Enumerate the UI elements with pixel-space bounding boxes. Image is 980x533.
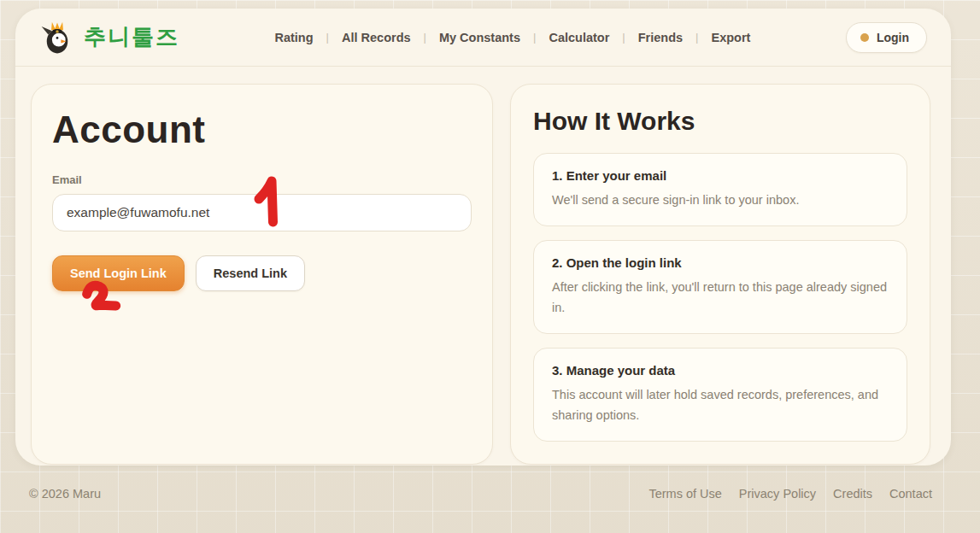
how-it-works-card: How It Works 1. Enter your email We'll s… xyxy=(510,84,930,465)
step-description: This account will later hold saved recor… xyxy=(552,385,889,426)
main-panel: 추니툴즈 Rating | All Records | My Constants… xyxy=(15,9,951,466)
step-box-2: 2. Open the login link After clicking th… xyxy=(533,240,907,334)
step-box-1: 1. Enter your email We'll send a secure … xyxy=(533,153,907,226)
content-area: Account Email Send Login Link Resend Lin… xyxy=(15,67,951,485)
footer-link-privacy[interactable]: Privacy Policy xyxy=(739,487,816,501)
send-login-link-button[interactable]: Send Login Link xyxy=(52,255,185,291)
nav-separator: | xyxy=(609,31,637,44)
step-description: After clicking the link, you'll return t… xyxy=(552,278,889,319)
nav-item-rating[interactable]: Rating xyxy=(274,31,313,44)
step-title: 3. Manage your data xyxy=(552,363,889,378)
nav-item-my-constants[interactable]: My Constants xyxy=(439,31,520,44)
footer: © 2026 Maru Terms of Use Privacy Policy … xyxy=(29,487,932,501)
nav-item-friends[interactable]: Friends xyxy=(638,31,683,44)
footer-links: Terms of Use Privacy Policy Credits Cont… xyxy=(648,487,932,501)
email-input[interactable] xyxy=(52,194,472,231)
step-title: 2. Open the login link xyxy=(552,255,889,270)
footer-link-credits[interactable]: Credits xyxy=(833,487,872,501)
copyright-text: © 2026 Maru xyxy=(29,487,101,501)
nav-item-export[interactable]: Export xyxy=(712,31,751,44)
email-label: Email xyxy=(52,173,472,186)
nav-separator: | xyxy=(520,31,549,44)
header: 추니툴즈 Rating | All Records | My Constants… xyxy=(15,9,951,67)
status-dot-icon xyxy=(860,33,869,42)
step-description: We'll send a secure sign-in link to your… xyxy=(552,190,889,211)
login-button-label: Login xyxy=(877,31,909,44)
login-button[interactable]: Login xyxy=(846,22,927,53)
account-actions: Send Login Link Resend Link xyxy=(52,255,472,291)
footer-link-terms[interactable]: Terms of Use xyxy=(648,487,721,501)
nav-item-calculator[interactable]: Calculator xyxy=(549,31,609,44)
brand-name: 추니툴즈 xyxy=(84,22,179,52)
nav-item-all-records[interactable]: All Records xyxy=(342,31,411,44)
account-title: Account xyxy=(52,108,472,151)
how-it-works-title: How It Works xyxy=(533,107,907,136)
nav-separator: | xyxy=(683,31,711,44)
step-title: 1. Enter your email xyxy=(552,168,889,183)
account-card: Account Email Send Login Link Resend Lin… xyxy=(31,84,493,465)
brand-logo-home-link[interactable]: 추니툴즈 xyxy=(39,20,179,56)
resend-link-button[interactable]: Resend Link xyxy=(196,255,305,291)
nav-separator: | xyxy=(411,31,439,44)
step-box-3: 3. Manage your data This account will la… xyxy=(533,348,907,442)
main-nav: Rating | All Records | My Constants | Ca… xyxy=(179,31,846,44)
nav-separator: | xyxy=(314,31,342,44)
penguin-crown-logo-icon xyxy=(39,20,75,56)
footer-link-contact[interactable]: Contact xyxy=(889,487,932,501)
